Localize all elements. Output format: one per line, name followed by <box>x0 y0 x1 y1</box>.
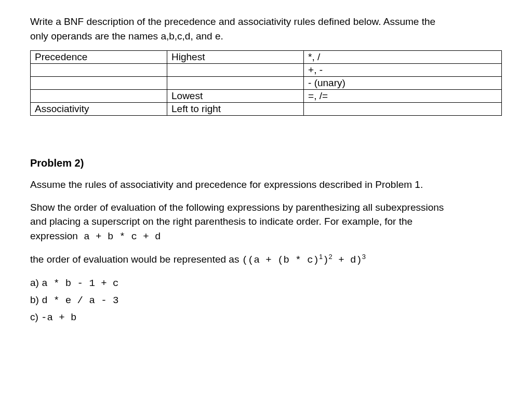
problem2-heading: Problem 2) <box>30 157 502 169</box>
problem2-p1: Assume the rules of associativity and pr… <box>30 178 502 192</box>
sup-3: 3 <box>362 253 366 261</box>
cell: Precedence <box>31 51 167 64</box>
order-expr-part3: + d) <box>332 255 362 266</box>
item-b-label: b) <box>30 294 42 305</box>
p2-line-a: Show the order of evaluation of the foll… <box>30 202 444 213</box>
cell <box>31 64 167 77</box>
order-expr-part2: ) <box>323 255 328 266</box>
item-c-label: c) <box>30 311 41 322</box>
intro-line-2: only operands are the names a,b,c,d, and… <box>30 31 223 42</box>
table-row: +, - <box>31 64 502 77</box>
cell: Left to right <box>167 103 304 116</box>
cell: Associativity <box>31 103 167 116</box>
intro-line-1: Write a BNF description of the precedenc… <box>30 16 435 27</box>
sup-2: 2 <box>329 253 332 261</box>
table-row: Precedence Highest *, / <box>31 51 502 64</box>
table-row: Associativity Left to right <box>31 103 502 116</box>
item-a-expr: a * b - 1 + c <box>42 278 118 289</box>
example-expression: a + b * c + d <box>78 231 161 242</box>
item-a: a) a * b - 1 + c <box>30 277 502 289</box>
order-expr-part1: ((a + (b * c) <box>242 255 319 266</box>
cell <box>31 90 167 103</box>
item-c-expr: -a + b <box>41 312 76 323</box>
cell: +, - <box>304 64 502 77</box>
cell: *, / <box>304 51 502 64</box>
cell <box>167 64 304 77</box>
cell <box>31 77 167 90</box>
item-c: c) -a + b <box>30 311 502 323</box>
table-row: - (unary) <box>31 77 502 90</box>
item-a-label: a) <box>30 277 42 288</box>
order-prefix: the order of evaluation would be represe… <box>30 254 242 265</box>
problem2-p2: Show the order of evaluation of the foll… <box>30 200 502 244</box>
table-row: Lowest =, /= <box>31 90 502 103</box>
precedence-table: Precedence Highest *, / +, - - (unary) L… <box>30 50 502 116</box>
item-b-expr: d * e / a - 3 <box>42 295 118 306</box>
cell <box>167 77 304 90</box>
cell: Lowest <box>167 90 304 103</box>
p2-line-c-prefix: expression <box>30 230 78 241</box>
cell: =, /= <box>304 90 502 103</box>
order-line: the order of evaluation would be represe… <box>30 252 502 268</box>
cell: Highest <box>167 51 304 64</box>
cell: - (unary) <box>304 77 502 90</box>
cell <box>304 103 502 116</box>
item-b: b) d * e / a - 3 <box>30 294 502 306</box>
p2-line-b: and placing a superscript on the right p… <box>30 216 413 227</box>
problem1-intro: Write a BNF description of the precedenc… <box>30 15 502 43</box>
